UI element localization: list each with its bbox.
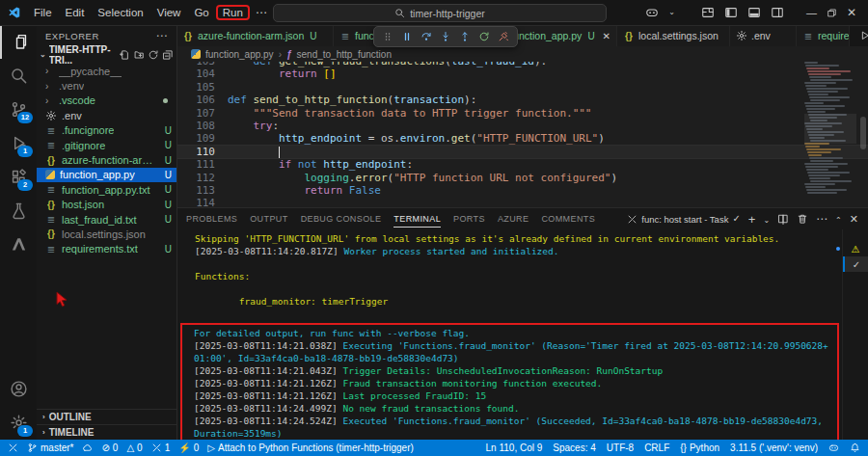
breadcrumb-symbol[interactable]: send_to_http_function [297,49,392,60]
activity-explorer[interactable] [0,25,37,59]
plus-icon[interactable]: + [748,213,756,226]
restart-icon[interactable] [478,31,490,42]
file-.venv[interactable]: ›.venv [37,78,176,93]
close-icon[interactable]: ✕ [847,7,856,18]
breadcrumb-file[interactable]: function_app.py [205,49,274,60]
file-requirements.txt[interactable]: ≣requirements.txtU [37,242,176,256]
minimap-slider[interactable] [804,114,856,143]
status-branch[interactable]: master* [27,443,73,453]
timeline-section[interactable]: ›TIMELINE [37,424,176,440]
pause-icon[interactable] [401,31,413,42]
new-folder-icon[interactable] [133,49,145,61]
file-.funcignore[interactable]: ≣.funcignoreU [37,123,176,138]
terminal-tab-active[interactable]: ✓ [843,256,868,272]
code-editor[interactable]: 103 def get_new_fraud_transactions(last_… [176,62,868,207]
minimap[interactable] [804,62,856,207]
activity-source-control[interactable]: 12 [0,93,37,126]
activity-extensions[interactable]: 2 [0,160,37,194]
customize-layout-icon[interactable] [701,6,715,19]
run-file-icon[interactable] [858,30,868,41]
close-icon[interactable]: ✕ [850,214,858,225]
tab-azure-function-arm.json[interactable]: {}azure-function-arm.jsonU [176,25,334,46]
disconnect-icon[interactable] [498,31,509,42]
panel-tab-terminal[interactable]: TERMINAL [393,211,441,228]
status-indentation[interactable]: Spaces: 4 [553,443,595,453]
toggle-panel-icon[interactable] [747,6,761,19]
new-file-icon[interactable] [119,49,130,61]
panel-tab-output[interactable]: OUTPUT [250,211,287,228]
panel-tab-problems[interactable]: PROBLEMS [186,211,237,228]
tab-.env[interactable]: .env [730,25,797,46]
workspace-section-header[interactable]: ⌄ TIMER-HTTP-TRI... [37,46,176,64]
editor-scrollbar[interactable] [858,62,868,207]
activity-azure[interactable] [0,228,37,261]
status-functions[interactable]: ⚡0 [178,443,199,453]
file-local.settings.json[interactable]: {}local.settings.json [37,227,176,241]
chevron-down-icon[interactable]: ⌄ [668,9,675,16]
menu-selection[interactable]: Selection [91,6,149,19]
status-notifications[interactable] [850,443,860,453]
file-function_app.py[interactable]: function_app.pyU [37,168,176,182]
menu-go[interactable]: Go [187,6,215,19]
menu-run[interactable]: Run [216,5,250,20]
chevron-up-icon[interactable]: ⌃ [835,214,842,225]
step-into-icon[interactable] [440,31,451,42]
copilot-icon[interactable] [645,6,659,19]
activity-search[interactable] [0,59,37,93]
toggle-secondary-sidebar-icon[interactable] [771,6,784,19]
status-sync[interactable] [82,443,93,453]
active-terminal-label[interactable]: func: host start - Task ✓ [627,214,741,225]
activity-settings[interactable]: 1 [0,406,37,440]
command-center-search[interactable]: timer-http-trigger [273,4,607,22]
status-copilot[interactable] [828,443,839,453]
outline-section[interactable]: ›OUTLINE [37,409,176,424]
terminal-output[interactable]: Skipping 'HTTP_FUNCTION_URL' from local … [176,229,843,440]
trash-icon[interactable] [797,213,808,225]
collapse-all-icon[interactable] [162,49,174,61]
menu-overflow-button[interactable]: ⋯ [250,6,273,19]
activity-testing[interactable] [0,194,37,228]
status-errors[interactable]: ⊘0 [101,443,118,453]
tab-local.settings.json[interactable]: {}local.settings.json [617,25,730,46]
step-out-icon[interactable] [459,31,471,42]
file-last_fraud_id.txt[interactable]: ≣last_fraud_id.txtU [37,212,176,227]
file-__pycache__[interactable]: ›__pycache__ [37,64,176,78]
file-.env[interactable]: .env [37,108,176,122]
status-warnings[interactable]: △0 [126,443,142,453]
status-remote[interactable] [8,443,18,453]
menu-view[interactable]: View [150,6,188,19]
breadcrumb[interactable]: function_app.py › ƒ send_to_http_functio… [176,46,868,62]
status-eol[interactable]: CRLF [644,443,669,453]
activity-accounts[interactable] [0,372,37,406]
chevron-down-icon[interactable]: ⌄ [763,214,770,225]
file-host.json[interactable]: {}host.jsonU [37,198,176,212]
file-azure-function-arm.json[interactable]: {}azure-function-arm.jsonU [37,152,176,167]
status-language-mode[interactable]: {}Python [680,443,719,453]
status-cursor-position[interactable]: Ln 110, Col 9 [486,443,543,453]
file-function_app.py.txt[interactable]: ≣function_app.py.txtU [37,182,176,197]
status-python-interpreter[interactable]: 3.11.5 ('.venv': venv) [730,443,818,453]
toggle-sidebar-icon[interactable] [724,6,738,19]
file-.gitignore[interactable]: ≣.gitignoreU [37,138,176,152]
menu-file[interactable]: File [27,6,59,19]
step-over-icon[interactable] [420,31,432,42]
terminal-tab-warning[interactable]: ⚠ [843,241,868,256]
status-tasks[interactable]: 1 [151,443,171,453]
minimize-icon[interactable]: — [806,8,817,18]
status-debug-attach[interactable]: ▷Attach to Python Functions (timer-http-… [207,443,414,453]
menu-edit[interactable]: Edit [59,6,92,19]
panel-tab-debug-console[interactable]: DEBUG CONSOLE [301,211,382,228]
split-icon[interactable] [777,213,789,225]
more-icon[interactable]: ⋯ [816,213,827,225]
file-.vscode[interactable]: ›.vscode [37,94,176,108]
panel-tab-comments[interactable]: COMMENTS [541,211,595,228]
grip-icon[interactable] [382,31,393,42]
activity-run-and-debug[interactable]: 1 [0,126,37,160]
status-encoding[interactable]: UTF-8 [607,443,634,453]
tab-requirements.txt[interactable]: ≣requirements.txt [797,25,850,46]
restore-icon[interactable] [827,8,837,18]
explorer-more-actions-button[interactable]: ⋯ [156,29,169,42]
panel-tab-ports[interactable]: PORTS [453,211,485,228]
close-tab-icon[interactable]: ✕ [603,31,610,41]
panel-tab-azure[interactable]: AZURE [498,211,529,228]
